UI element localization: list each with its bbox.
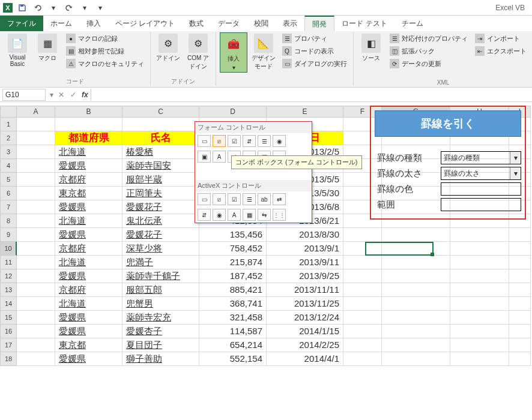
border-type-combo[interactable]: 罫線の種類▾ [441, 151, 521, 164]
groupbox-control-icon[interactable]: ▣ [198, 151, 211, 163]
cell[interactable]: 椿愛栖 [122, 145, 199, 159]
addins-button[interactable]: ⚙アドイン [154, 32, 182, 64]
cell[interactable]: 654,214 [199, 338, 267, 352]
cell[interactable] [382, 283, 450, 297]
cell[interactable]: 深草少将 [122, 242, 199, 256]
cell[interactable] [343, 352, 382, 366]
cell[interactable] [17, 145, 55, 159]
tab-formula[interactable]: 数式 [182, 16, 211, 31]
macro-button[interactable]: ▦マクロ [34, 32, 61, 64]
tab-file[interactable]: ファイル [0, 16, 43, 31]
cell[interactable] [17, 338, 55, 352]
cell[interactable]: 2014/2/25 [267, 338, 343, 352]
cell[interactable]: 氏名 [122, 131, 199, 145]
cell[interactable] [450, 311, 509, 325]
tab-review[interactable]: 校閲 [247, 16, 276, 31]
col-header-d[interactable]: D [199, 106, 267, 118]
cell[interactable] [382, 256, 450, 269]
cell[interactable]: 愛媛県 [55, 269, 122, 283]
cell[interactable] [509, 311, 531, 325]
cell[interactable]: 2014/1/15 [267, 325, 343, 338]
cell[interactable] [122, 118, 199, 131]
spinner-control-icon[interactable]: ⇵ [243, 135, 256, 147]
refresh-data-button[interactable]: ⟳データの更新 [387, 58, 470, 70]
run-dialog-button[interactable]: ▭ダイアログの実行 [280, 58, 349, 70]
cell[interactable]: 北海道 [55, 256, 122, 269]
design-mode-button[interactable]: 📐デザイン モード [250, 32, 277, 72]
cell[interactable]: 薬師寺千鶴子 [122, 269, 199, 283]
cell[interactable]: 愛媛杏子 [122, 325, 199, 338]
tab-insert[interactable]: 挿入 [79, 16, 108, 31]
cell[interactable] [509, 325, 531, 338]
enter-formula-icon[interactable]: ✓ [67, 91, 79, 99]
row-header[interactable]: 17 [0, 338, 17, 352]
cell[interactable]: 368,741 [199, 297, 267, 311]
cell[interactable] [17, 311, 55, 325]
macro-security-button[interactable]: ⚠マクロのセキュリティ [64, 58, 147, 70]
cell[interactable]: 2013/9/1 [267, 242, 343, 256]
relative-reference-button[interactable]: ▤相対参照で記録 [64, 45, 147, 57]
cell[interactable] [450, 269, 509, 283]
export-button[interactable]: ⇤エクスポート [473, 45, 529, 57]
properties-button[interactable]: ☰プロパティ [280, 32, 349, 44]
cell[interactable] [509, 228, 531, 242]
tab-developer[interactable]: 開発 [304, 16, 334, 31]
cell[interactable]: 京都府 [55, 242, 122, 256]
ax-image-icon[interactable]: ▦ [243, 209, 256, 221]
cell[interactable] [343, 338, 382, 352]
cell[interactable]: 552,154 [199, 352, 267, 366]
cell[interactable] [509, 283, 531, 297]
cell[interactable]: 114,587 [199, 325, 267, 338]
cell[interactable] [17, 283, 55, 297]
cell[interactable] [343, 269, 382, 283]
cell[interactable]: 2013/9/11 [267, 256, 343, 269]
xml-source-button[interactable]: ◧ソース [357, 32, 385, 64]
row-header[interactable]: 12 [0, 269, 17, 283]
cell[interactable] [343, 228, 382, 242]
row-header[interactable]: 18 [0, 352, 17, 366]
listbox-control-icon[interactable]: ☰ [258, 135, 271, 147]
cell[interactable] [509, 269, 531, 283]
cell[interactable] [382, 297, 450, 311]
ax-option-icon[interactable]: ◉ [213, 209, 226, 221]
cell[interactable]: 2013/9/25 [267, 269, 343, 283]
cell[interactable] [17, 242, 55, 256]
ax-label-icon[interactable]: A [228, 209, 241, 221]
ax-listbox-icon[interactable]: ☰ [243, 193, 256, 205]
cell[interactable] [450, 352, 509, 366]
range-input[interactable] [441, 198, 521, 211]
fx-icon[interactable]: fx [82, 91, 88, 99]
cell[interactable] [17, 256, 55, 269]
cell[interactable] [450, 325, 509, 338]
cell[interactable]: 321,458 [199, 311, 267, 325]
cell[interactable] [382, 228, 450, 242]
cell[interactable] [343, 242, 382, 256]
button-control-icon[interactable]: ▭ [198, 135, 211, 147]
cell[interactable] [450, 283, 509, 297]
cell[interactable] [382, 242, 450, 256]
cell[interactable]: 薬師寺宏充 [122, 311, 199, 325]
cell[interactable] [17, 297, 55, 311]
cell[interactable]: 2013/8/30 [267, 228, 343, 242]
cell[interactable]: 兜蟹男 [122, 297, 199, 311]
cell[interactable]: 135,456 [199, 228, 267, 242]
cell[interactable] [382, 311, 450, 325]
cell[interactable] [450, 242, 509, 256]
cell[interactable]: 215,874 [199, 256, 267, 269]
cell[interactable] [382, 352, 450, 366]
cell[interactable]: 2013/11/11 [267, 283, 343, 297]
option-control-icon[interactable]: ◉ [273, 135, 286, 147]
undo-dropdown[interactable]: ▾ [47, 1, 60, 14]
cancel-formula-icon[interactable]: ✕ [55, 91, 67, 99]
cell[interactable] [17, 200, 55, 214]
formula-input[interactable] [91, 89, 532, 101]
import-button[interactable]: ⇥インポート [473, 32, 529, 44]
cell[interactable] [450, 228, 509, 242]
record-macro-button[interactable]: ●マクロの記録 [64, 32, 147, 44]
map-properties-button[interactable]: ☰対応付けのプロパティ [387, 32, 470, 44]
cell[interactable]: 夏目団子 [122, 338, 199, 352]
cell[interactable]: 服部半蔵 [122, 173, 199, 187]
tab-data[interactable]: データ [211, 16, 247, 31]
cell[interactable] [450, 256, 509, 269]
cell[interactable]: 北海道 [55, 297, 122, 311]
